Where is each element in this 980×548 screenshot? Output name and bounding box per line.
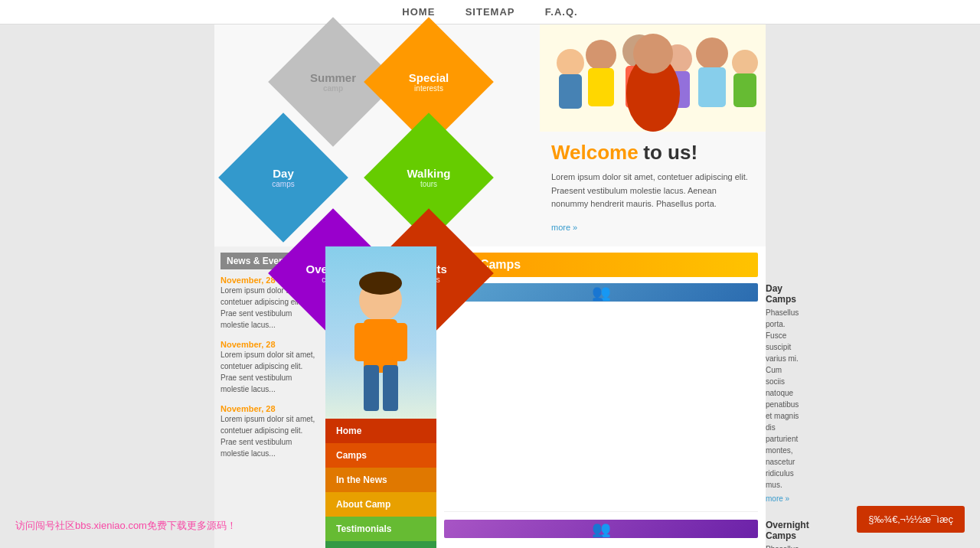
- news-date-2: November, 28: [220, 340, 319, 349]
- camp-thumb-overnight: [444, 520, 758, 538]
- camp-name-day: Day Camps: [766, 283, 799, 305]
- welcome-text-colored: Welcome: [551, 141, 639, 164]
- top-navigation: HOME SITEMAP F.A.Q.: [0, 0, 980, 24]
- kids-illustration: [540, 24, 766, 132]
- summer-sub-text: camp: [323, 84, 343, 93]
- news-body-2: Lorem ipsum dolor sit amet, contetuer ad…: [220, 349, 319, 395]
- nav-faq[interactable]: F.A.Q.: [545, 6, 578, 18]
- news-date-3: November, 28: [220, 404, 319, 413]
- svg-point-1: [557, 49, 584, 77]
- sidenav-about[interactable]: About Camp: [325, 492, 436, 517]
- svg-rect-10: [698, 67, 726, 107]
- svg-rect-18: [354, 323, 370, 361]
- hero-right: Welcome to us! Lorem ipsum dolor sit ame…: [540, 24, 766, 246]
- news-item-2: November, 28 Lorem ipsum dolor sit amet,…: [220, 340, 319, 395]
- camp-desc-overnight: Phasellus porta. Fusce suscipit varius m…: [766, 543, 809, 548]
- camp-desc-day: Phasellus porta. Fusce suscipit varius m…: [766, 307, 799, 491]
- svg-point-3: [586, 40, 616, 70]
- svg-rect-22: [383, 365, 398, 411]
- special-main-text: Special: [409, 71, 449, 84]
- day-camps-label: Day camps: [237, 132, 329, 223]
- nav-home[interactable]: HOME: [402, 6, 435, 18]
- svg-point-20: [359, 272, 402, 295]
- header-section: Summer camp Special interests Day camps …: [214, 24, 766, 246]
- welcome-heading: Welcome to us!: [551, 141, 754, 165]
- news-item-3: November, 28 Lorem ipsum dolor sit amet,…: [220, 404, 319, 459]
- sidenav-camps[interactable]: Camps: [325, 443, 436, 468]
- svg-point-14: [633, 34, 673, 73]
- svg-rect-12: [733, 73, 756, 107]
- sidenav-family[interactable]: Family Camps: [325, 541, 436, 548]
- summer-main-text: Summer: [310, 71, 356, 84]
- camp-name-overnight: Overnight Camps: [766, 520, 809, 541]
- mid-photo-area: [325, 246, 436, 419]
- camp-info-overnight: Overnight Camps Phasellus porta. Fusce s…: [766, 520, 809, 548]
- notification-button[interactable]: §‰¾€‚¬½½æ¯ìæç: [857, 506, 965, 533]
- main-wrapper: Summer camp Special interests Day camps …: [214, 24, 766, 548]
- svg-rect-19: [392, 323, 407, 361]
- kids-photo: [540, 24, 766, 132]
- camp-item-overnight: Overnight Camps Phasellus porta. Fusce s…: [444, 520, 758, 548]
- welcome-more-link[interactable]: more »: [551, 223, 577, 232]
- sidenav-home[interactable]: Home: [325, 419, 436, 443]
- walking-main-text: Walking: [407, 167, 451, 180]
- welcome-paragraph: Lorem ipsum dolor sit amet, contetuer ad…: [551, 171, 754, 211]
- day-main-text: Day: [273, 167, 294, 180]
- camp-more-day[interactable]: more »: [766, 494, 789, 503]
- nav-sitemap[interactable]: SITEMAP: [466, 6, 515, 18]
- news-body-3: Lorem ipsum dolor sit amet, contetuer ad…: [220, 413, 319, 459]
- walking-sub-text: tours: [420, 180, 437, 188]
- day-sub-text: camps: [272, 180, 294, 188]
- svg-rect-2: [559, 74, 582, 109]
- mid-photo-illustration: [325, 246, 436, 419]
- svg-rect-21: [364, 365, 379, 411]
- welcome-box: Welcome to us! Lorem ipsum dolor sit ame…: [540, 132, 766, 242]
- sidenav-news[interactable]: In the News: [325, 468, 436, 492]
- middle-column: Home Camps In the News About Camp Testim…: [325, 246, 436, 548]
- svg-point-9: [696, 38, 728, 70]
- watermark: 访问闯号社区bbs.xieniao.com免费下载更多源码！: [15, 519, 237, 533]
- special-sub-text: interests: [414, 84, 443, 93]
- svg-rect-4: [588, 68, 614, 106]
- svg-point-11: [732, 50, 758, 76]
- camp-info-day: Day Camps Phasellus porta. Fusce suscipi…: [766, 283, 799, 504]
- welcome-text-rest: to us!: [643, 141, 697, 164]
- sidenav-testimonials[interactable]: Testimonials: [325, 517, 436, 541]
